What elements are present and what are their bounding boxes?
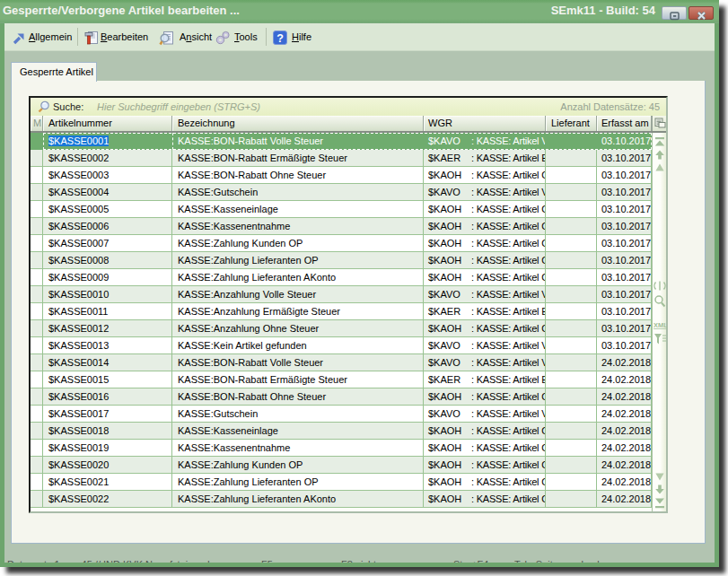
svg-text:XML: XML (653, 321, 667, 329)
svg-text:?: ? (276, 32, 284, 45)
